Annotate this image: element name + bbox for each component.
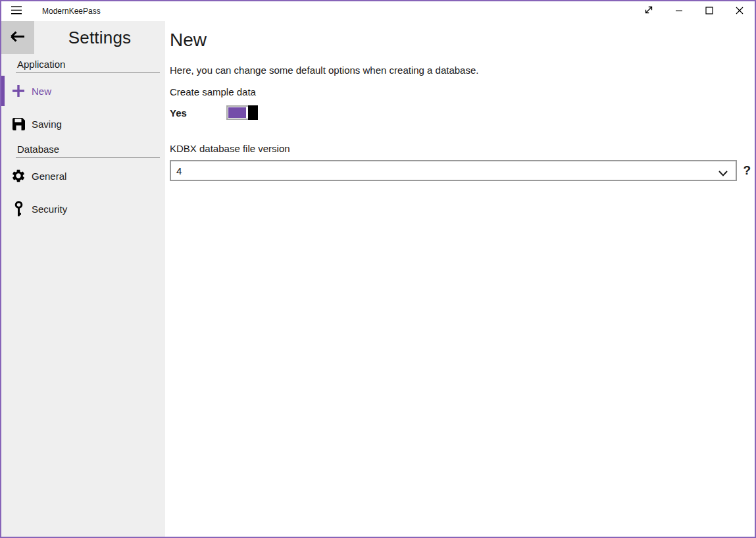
- create-sample-data-label: Create sample data: [170, 86, 755, 97]
- chevron-down-icon: [718, 167, 728, 178]
- sidebar-item-label: General: [32, 171, 66, 182]
- fullscreen-button[interactable]: [634, 1, 664, 21]
- create-sample-data-toggle[interactable]: [226, 105, 258, 120]
- hamburger-menu-button[interactable]: [1, 1, 32, 21]
- minimize-icon: [675, 5, 683, 17]
- kdbx-version-label: KDBX database file version: [170, 143, 755, 154]
- section-header-database: Database: [16, 144, 160, 158]
- sidebar-title: Settings: [34, 21, 165, 54]
- sidebar-item-label: Saving: [32, 119, 62, 130]
- sidebar-item-new[interactable]: New: [1, 76, 165, 106]
- sidebar-item-label: Security: [32, 203, 67, 215]
- window-title: ModernKeePass: [42, 7, 101, 16]
- section-header-application: Application: [16, 59, 160, 73]
- sidebar-item-label: New: [32, 86, 51, 97]
- save-icon: [11, 116, 26, 132]
- window-caption-buttons: [634, 1, 755, 21]
- toggle-state-label: Yes: [170, 107, 226, 119]
- gear-icon: [11, 168, 26, 184]
- sidebar-header: Settings: [1, 21, 165, 54]
- modernkeepass-window: { "colors": { "accent": "#744da9", "wind…: [0, 0, 756, 538]
- page-description: Here, you can change some default option…: [170, 65, 755, 76]
- settings-sidebar: Settings Application New Saving Database…: [1, 21, 165, 537]
- minimize-button[interactable]: [664, 1, 694, 21]
- titlebar: ModernKeePass: [1, 1, 755, 21]
- hamburger-icon: [11, 5, 22, 17]
- plus-icon: [11, 83, 26, 99]
- kdbx-version-value: 4: [176, 165, 182, 176]
- back-arrow-icon: [10, 31, 26, 45]
- back-button[interactable]: [1, 21, 34, 54]
- close-icon: [736, 5, 743, 17]
- key-icon: [11, 201, 26, 217]
- help-question-mark[interactable]: ?: [743, 163, 751, 178]
- maximize-button[interactable]: [694, 1, 724, 21]
- close-button[interactable]: [724, 1, 755, 21]
- page-title: New: [170, 29, 755, 51]
- maximize-icon: [705, 5, 713, 17]
- create-sample-data-row: Yes: [170, 105, 755, 121]
- kdbx-version-dropdown[interactable]: 4: [170, 160, 737, 181]
- app-body: Settings Application New Saving Database…: [1, 21, 755, 537]
- toggle-thumb[interactable]: [248, 105, 258, 120]
- sidebar-item-general[interactable]: General: [1, 161, 165, 191]
- sidebar-item-saving[interactable]: Saving: [1, 109, 165, 139]
- expand-icon: [644, 5, 653, 17]
- settings-page-new: New Here, you can change some default op…: [165, 21, 755, 537]
- toggle-fill: [228, 107, 246, 118]
- sidebar-item-security[interactable]: Security: [1, 194, 165, 224]
- kdbx-version-row: 4 ?: [170, 160, 755, 181]
